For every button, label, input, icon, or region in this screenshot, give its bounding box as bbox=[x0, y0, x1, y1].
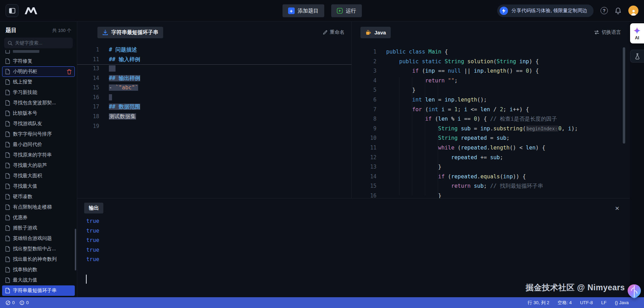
list-item[interactable]: 英雄组合游戏问题 bbox=[2, 233, 75, 244]
error-indicator[interactable]: 0 bbox=[6, 300, 15, 305]
code-line[interactable]: 5 } bbox=[360, 86, 630, 95]
ai-assistant-button[interactable]: AI bbox=[630, 23, 644, 43]
list-item[interactable]: 硬币凑数 bbox=[2, 192, 75, 202]
line-number: 13 bbox=[83, 64, 99, 74]
language-mode[interactable]: {} Java bbox=[615, 300, 629, 305]
list-item[interactable]: 小明的书柜 bbox=[2, 66, 75, 77]
code-line[interactable]: 3 if (inp == null || inp.length() == 0) … bbox=[360, 66, 630, 76]
code-line[interactable]: 14## 输出样例 bbox=[83, 74, 351, 83]
document-icon bbox=[5, 246, 10, 252]
code-line-text: String repeated = sub; bbox=[386, 133, 510, 143]
output-panel: 输出 × truetruetruetruetrue 掘金技术社区 @ Nimye… bbox=[77, 198, 630, 297]
list-item[interactable]: 寻找最大值 bbox=[2, 181, 75, 192]
list-item[interactable]: 比较版本号 bbox=[2, 108, 75, 119]
download-icon[interactable] bbox=[102, 30, 108, 35]
list-item[interactable]: 寻找最大面积 bbox=[2, 171, 75, 181]
output-console[interactable]: truetruetruetruetrue bbox=[86, 217, 99, 265]
list-item[interactable]: 寻找包含斐波那契... bbox=[2, 98, 75, 108]
code-editor[interactable]: 1public class Main {2 public static Stri… bbox=[352, 47, 630, 198]
code-line[interactable]: 4 return ""; bbox=[360, 76, 630, 86]
code-line-text: # 问题描述 bbox=[109, 45, 137, 55]
code-line[interactable]: 1# 问题描述 bbox=[83, 45, 351, 55]
assistant-float-icon[interactable] bbox=[626, 283, 643, 300]
list-item[interactable]: 数字字母问号排序 bbox=[2, 129, 75, 139]
output-tab[interactable]: 输出 bbox=[84, 203, 103, 213]
list-item[interactable]: 优惠券 bbox=[2, 212, 75, 223]
app: + 添加题目 运行 分享代码练习体验, 领限量定制周边 ? bbox=[0, 0, 644, 308]
delete-icon[interactable] bbox=[67, 69, 72, 74]
help-icon[interactable]: ? bbox=[601, 7, 608, 14]
code-line[interactable]: 19 bbox=[83, 122, 351, 131]
code-line[interactable]: 15- `"abc"` bbox=[83, 83, 351, 93]
code-line[interactable]: 14 if (repeated.equals(inp)) { bbox=[360, 172, 630, 182]
encoding[interactable]: UTF-8 bbox=[580, 300, 593, 305]
list-item[interactable]: 字符串最短循环子串 bbox=[2, 285, 75, 296]
code-line[interactable]: 13 bbox=[83, 64, 351, 74]
eol-setting[interactable]: LF bbox=[601, 300, 606, 305]
list-item[interactable]: 找单独的数 bbox=[2, 265, 75, 275]
list-item[interactable]: 寻找游戏队友 bbox=[2, 119, 75, 129]
list-item[interactable]: 有点限制地走楼梯 bbox=[2, 202, 75, 212]
run-button[interactable]: 运行 bbox=[331, 4, 362, 17]
editor-scrollbar[interactable] bbox=[623, 47, 625, 144]
code-line[interactable]: 11 while (repeated.length() < len) { bbox=[360, 143, 630, 153]
list-item[interactable]: 找出整型数组中占... bbox=[2, 244, 75, 254]
status-bar-left: 0 0 bbox=[0, 300, 29, 305]
notifications-icon[interactable] bbox=[615, 7, 621, 14]
list-item-label: 硬币凑数 bbox=[13, 194, 72, 200]
list-item[interactable]: 寻找原来的字符串 bbox=[2, 150, 75, 160]
promo-banner[interactable]: 分享代码练习体验, 领限量定制周边 bbox=[497, 5, 594, 17]
list-item-label: 找单独的数 bbox=[13, 267, 72, 273]
list-item[interactable]: 找出最长的神奇数列 bbox=[2, 254, 75, 265]
code-line[interactable]: 13 } bbox=[360, 162, 630, 172]
code-line[interactable]: 2 public static String solution(String i… bbox=[360, 57, 630, 67]
code-line[interactable]: 18测试数据集 bbox=[83, 112, 351, 122]
code-line-text: while (repeated.length() < len) { bbox=[386, 143, 545, 153]
switch-language-label: 切换语言 bbox=[602, 29, 621, 35]
markdown-editor[interactable]: 13 14## 输出样例15- `"abc"`16 17## 数据范围18测试数… bbox=[77, 64, 351, 131]
line-number: 14 bbox=[83, 74, 99, 83]
sidebar-toggle-button[interactable] bbox=[6, 4, 18, 17]
language-badge[interactable]: Java bbox=[360, 27, 391, 38]
document-icon bbox=[5, 111, 10, 116]
list-item[interactable]: 摇骰子游戏 bbox=[2, 223, 75, 233]
switch-language-button[interactable]: 切换语言 bbox=[594, 29, 621, 35]
code-line[interactable]: 12 repeated += sub; bbox=[360, 153, 630, 163]
close-icon[interactable]: × bbox=[615, 204, 619, 212]
list-item[interactable]: 学习新技能 bbox=[2, 87, 75, 98]
code-line[interactable]: 15 return sub; // 找到最短循环子串 bbox=[360, 181, 630, 191]
code-line[interactable]: 7 for (int i = 1; i <= len / 2; i++) { bbox=[360, 105, 630, 115]
document-icon bbox=[5, 69, 10, 74]
list-item[interactable]: 最小趋同代价 bbox=[2, 139, 75, 150]
list-item[interactable]: 字符修复 bbox=[2, 56, 75, 66]
indent-setting[interactable]: 空格: 4 bbox=[558, 300, 572, 306]
line-number: 8 bbox=[360, 114, 376, 124]
lab-button[interactable] bbox=[630, 50, 644, 63]
cursor-position[interactable]: 行 30, 列 2 bbox=[528, 300, 549, 306]
line-number: 15 bbox=[83, 83, 99, 93]
list-item[interactable] bbox=[2, 50, 75, 56]
rename-button[interactable]: 重命名 bbox=[323, 29, 344, 35]
list-item[interactable]: 寻找最大的葫芦 bbox=[2, 160, 75, 171]
avatar[interactable] bbox=[628, 6, 638, 16]
code-line[interactable]: 10 String repeated = sub; bbox=[360, 133, 630, 143]
output-line: true bbox=[86, 255, 99, 265]
code-line[interactable]: 1public class Main { bbox=[360, 47, 630, 57]
code-line[interactable]: 9 String sub = inp.substring(beginIndex:… bbox=[360, 124, 630, 134]
code-line[interactable]: 6 int len = inp.length(); bbox=[360, 95, 630, 105]
list-item[interactable]: 最大战力值 bbox=[2, 275, 75, 285]
promo-banner-text: 分享代码练习体验, 领限量定制周边 bbox=[511, 8, 587, 14]
sidebar-scrollbar[interactable] bbox=[75, 229, 76, 270]
add-problem-button[interactable]: + 添加题目 bbox=[283, 4, 324, 17]
list-item[interactable]: 线上报警 bbox=[2, 77, 75, 87]
code-line[interactable]: 16 } bbox=[360, 191, 630, 198]
code-line[interactable]: 16 bbox=[83, 93, 351, 103]
code-line[interactable]: 11## 输入样例 bbox=[83, 55, 351, 65]
code-line[interactable]: 8 if (len % i == 0) { // 检查i是否是长度的因子 bbox=[360, 114, 630, 124]
search-box[interactable] bbox=[4, 38, 73, 48]
warning-indicator[interactable]: 0 bbox=[19, 300, 29, 305]
search-input[interactable] bbox=[15, 40, 69, 46]
code-line-text: repeated += sub; bbox=[386, 153, 503, 163]
document-icon bbox=[5, 236, 10, 241]
code-line[interactable]: 17## 数据范围 bbox=[83, 102, 351, 112]
